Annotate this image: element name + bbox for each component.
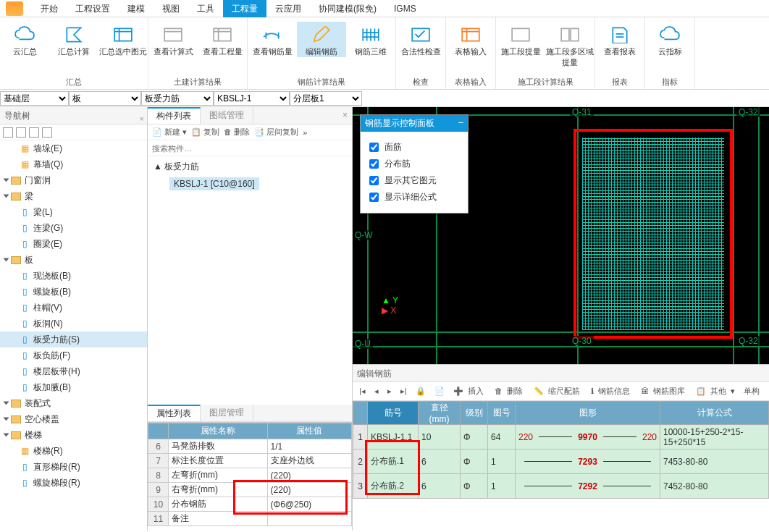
- tree-node[interactable]: 空心楼盖: [0, 411, 147, 427]
- rebar-3d-button[interactable]: 钢筋三维: [346, 22, 395, 57]
- menu-start[interactable]: 开始: [32, 0, 67, 17]
- tree-node[interactable]: 楼梯: [0, 427, 147, 443]
- filter-category[interactable]: 板: [69, 91, 141, 106]
- tree-node[interactable]: 梁: [0, 188, 147, 204]
- tab-component-list[interactable]: 构件列表: [148, 107, 201, 124]
- rebar-row[interactable]: 1KBSLJ-1.110Φ64220997022010000-15+250-2*…: [353, 425, 769, 449]
- menu-tool[interactable]: 工具: [188, 0, 223, 17]
- filter-floor[interactable]: 基础层: [0, 91, 69, 106]
- menu-quantity[interactable]: 工程量: [223, 0, 266, 17]
- nav-tool-4-icon[interactable]: [42, 127, 52, 138]
- tree-node[interactable]: ▦墙垛(E): [0, 140, 147, 156]
- menu-project[interactable]: 工程设置: [67, 0, 119, 17]
- tree-node[interactable]: ▯板加腋(B): [0, 379, 147, 395]
- nav-tool-2-icon[interactable]: [16, 127, 26, 138]
- property-row[interactable]: 7标注长度位置支座外边线: [148, 454, 352, 468]
- tab-layer-mgmt[interactable]: 图层管理: [201, 405, 253, 421]
- tree-node[interactable]: ▯直形梯段(R): [0, 459, 147, 475]
- menu-view[interactable]: 视图: [154, 0, 188, 17]
- info-button[interactable]: ℹ 钢筋信息: [589, 386, 634, 397]
- property-row[interactable]: 11备注: [148, 512, 352, 526]
- cloud-sum-button[interactable]: 云汇总: [0, 22, 49, 57]
- property-row[interactable]: 9右弯折(mm)(220): [148, 483, 352, 497]
- close-icon[interactable]: –: [458, 117, 463, 130]
- property-row[interactable]: 8左弯折(mm)(220): [148, 468, 352, 483]
- canvas-viewport[interactable]: Q-31 Q-32 Q-30 Q-32 Q-W Q-U ▲ Y ▶ X 钢筋显示…: [353, 107, 769, 364]
- tree-node[interactable]: ▯板洞(N): [0, 316, 147, 332]
- insert-button[interactable]: ➕ 插入: [451, 386, 488, 397]
- more-icon[interactable]: »: [303, 128, 307, 137]
- tree-node[interactable]: ▯板负筋(F): [0, 347, 147, 363]
- tree-node[interactable]: ▯圈梁(E): [0, 236, 147, 252]
- other-button[interactable]: 📋 其他 ▾: [694, 386, 737, 397]
- tree-node[interactable]: ▯梁(L): [0, 204, 147, 220]
- close-icon[interactable]: ×: [338, 107, 352, 124]
- menu-igms[interactable]: IGMS: [385, 0, 425, 17]
- seg-qty-button[interactable]: 施工段提量: [496, 22, 545, 57]
- nav-first-icon[interactable]: |◂: [357, 387, 368, 396]
- nav-prev-icon[interactable]: ◂: [372, 387, 381, 396]
- tree-node[interactable]: ▯连梁(G): [0, 220, 147, 236]
- tree-node[interactable]: 装配式: [0, 395, 147, 411]
- search-input[interactable]: [148, 140, 352, 156]
- seg-multi-button[interactable]: 施工段多区域提量: [545, 22, 594, 68]
- tree-node[interactable]: ▦楼梯(R): [0, 443, 147, 459]
- copy-button[interactable]: 📋 复制: [191, 127, 219, 138]
- tree-node[interactable]: ▯板受力筋(S): [0, 332, 147, 347]
- opt-show-formula[interactable]: [369, 193, 379, 202]
- tree-node[interactable]: ▯楼层板带(H): [0, 363, 147, 379]
- tree-node[interactable]: 门窗洞: [0, 172, 147, 188]
- lib-button[interactable]: 🏛 钢筋图库: [639, 386, 689, 397]
- nav-tool-3-icon[interactable]: [29, 127, 39, 138]
- cloud-idx-button[interactable]: 云指标: [645, 22, 694, 57]
- lock-icon[interactable]: 🔒: [413, 387, 428, 396]
- nav-tree[interactable]: ▦墙垛(E)▦幕墙(Q)门窗洞梁▯梁(L)▯连梁(G)▯圈梁(E)板▯现浇板(B…: [0, 140, 147, 531]
- property-row[interactable]: 6马凳筋排数1/1: [148, 439, 352, 454]
- delete-button[interactable]: 🗑 删除: [224, 127, 250, 138]
- opt-surface-rebar[interactable]: [369, 143, 379, 152]
- scale-button[interactable]: 📏 缩尺配筋: [531, 386, 584, 397]
- doc-icon[interactable]: 📄: [432, 387, 447, 396]
- tree-node[interactable]: 板: [0, 252, 147, 268]
- component-item[interactable]: KBSLJ-1 [C10@160]: [169, 177, 259, 190]
- tree-node[interactable]: ▯螺旋梯段(R): [0, 475, 147, 491]
- rebar-row[interactable]: 2分布筋.16Φ172937453-80-80: [353, 449, 769, 474]
- legal-button[interactable]: 合法性检查: [396, 22, 445, 57]
- tab-properties[interactable]: 属性列表: [148, 405, 201, 421]
- tab-drawing-mgmt[interactable]: 图纸管理: [201, 107, 253, 124]
- filter-layer[interactable]: 分层板1: [290, 91, 362, 106]
- component-list[interactable]: ▲ 板受力筋 KBSLJ-1 [C10@160]: [148, 156, 352, 405]
- nav-tool-1-icon[interactable]: [3, 127, 13, 138]
- unit-button[interactable]: 单构: [741, 386, 762, 397]
- rebar-table[interactable]: 筋号 直径(mm) 级别 图号 图形 计算公式 1KBSLJ-1.110Φ642…: [353, 401, 769, 499]
- menu-model[interactable]: 建模: [119, 0, 154, 17]
- nav-next-icon[interactable]: ▸: [385, 387, 394, 396]
- new-button[interactable]: 📄 新建 ▾: [152, 127, 187, 138]
- rebar-display-panel[interactable]: 钢筋显示控制面板– 面筋 分布筋 显示其它图元 显示详细公式: [360, 114, 468, 214]
- edit-rebar-button[interactable]: 编辑钢筋: [297, 22, 346, 57]
- property-row[interactable]: 10分布钢筋(Φ6@250): [148, 497, 352, 512]
- sum-calc-button[interactable]: 汇总计算: [49, 22, 98, 57]
- layer-copy-button[interactable]: 📑 层间复制: [254, 127, 298, 138]
- view-calc-button[interactable]: 查看计算式: [148, 22, 198, 57]
- filter-component[interactable]: KBSLJ-1: [214, 91, 290, 106]
- menu-cloud[interactable]: 云应用: [266, 0, 310, 17]
- rebar-row[interactable]: 3分布筋.26Φ172927452-80-80: [353, 474, 769, 499]
- property-table[interactable]: 属性名称属性值 6马凳筋排数1/17标注长度位置支座外边线8左弯折(mm)(22…: [148, 423, 352, 526]
- view-qty-button[interactable]: 查看工程量: [198, 22, 247, 57]
- view-rebar-button[interactable]: 查看钢筋量: [248, 22, 297, 57]
- delete-button[interactable]: 🗑 删除: [492, 386, 527, 397]
- filter-type[interactable]: 板受力筋: [141, 91, 214, 106]
- tree-node[interactable]: ▯现浇板(B): [0, 268, 147, 284]
- table-in-button[interactable]: 表格输入: [446, 22, 495, 57]
- tree-node[interactable]: ▯螺旋板(B): [0, 284, 147, 300]
- tree-node[interactable]: ▯柱帽(V): [0, 300, 147, 316]
- opt-show-others[interactable]: [369, 176, 379, 185]
- tree-node[interactable]: ▦幕墙(Q): [0, 156, 147, 172]
- menu-collab[interactable]: 协同建模(限免): [310, 0, 385, 17]
- nav-last-icon[interactable]: ▸|: [398, 387, 409, 396]
- sum-sel-button[interactable]: 汇总选中图元: [98, 22, 148, 57]
- close-icon[interactable]: ×: [140, 110, 144, 127]
- report-button[interactable]: 查看报表: [595, 22, 644, 57]
- opt-dist-rebar[interactable]: [369, 159, 379, 169]
